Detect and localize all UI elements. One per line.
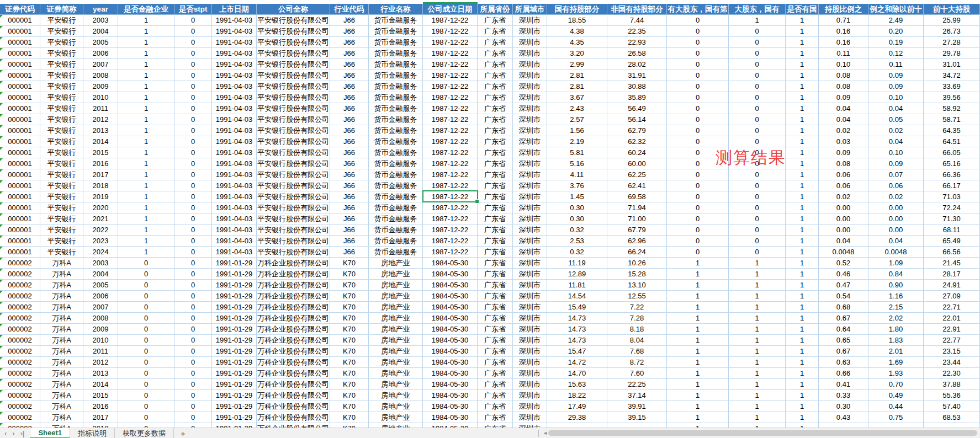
cell[interactable]: 0.20 [868, 26, 924, 37]
cell[interactable]: 000001 [0, 92, 40, 103]
cell[interactable]: 1 [786, 401, 819, 412]
cell[interactable]: 2.43 [547, 103, 607, 114]
cell[interactable]: 000002 [0, 346, 40, 357]
cell[interactable]: 0.44 [868, 401, 924, 412]
cell[interactable]: 广东省 [478, 247, 513, 258]
cell[interactable]: 0.70 [868, 379, 924, 390]
cell[interactable]: 深圳市 [513, 335, 547, 346]
cell[interactable]: 万科企业股份有限公司 [257, 390, 330, 401]
cell[interactable]: 2017 [83, 412, 118, 423]
cell[interactable]: 0.84 [868, 269, 924, 280]
cell[interactable]: 8.04 [607, 335, 667, 346]
cell[interactable]: 000001 [0, 236, 40, 247]
cell[interactable]: 房地产业 [369, 401, 423, 412]
cell[interactable]: 10.26 [607, 258, 667, 269]
cell[interactable]: 2024 [83, 247, 118, 258]
cell[interactable]: 2.81 [547, 81, 607, 92]
cell[interactable]: 15.28 [607, 269, 667, 280]
cell[interactable]: 000001 [0, 225, 40, 236]
cell[interactable]: 1 [118, 225, 174, 236]
cell[interactable]: 广东省 [478, 70, 513, 81]
cell[interactable]: 平安银行股份有限公司 [257, 92, 330, 103]
cell[interactable]: 1.16 [868, 291, 924, 302]
cell[interactable]: 2005 [83, 280, 118, 291]
cell[interactable]: 68.11 [924, 225, 980, 236]
cell[interactable]: 货币金融服务 [369, 202, 423, 213]
cell[interactable]: 货币金融服务 [369, 81, 423, 92]
cell[interactable]: 1984-05-30 [423, 401, 478, 412]
cell[interactable]: 1987-12-22 [423, 225, 478, 236]
cell[interactable]: K70 [330, 346, 369, 357]
cell[interactable]: 0 [729, 48, 786, 59]
cell[interactable]: 广东省 [478, 103, 513, 114]
cell[interactable]: 房地产业 [369, 379, 423, 390]
cell[interactable]: 1 [729, 15, 786, 26]
cell[interactable]: 1987-12-22 [423, 180, 478, 191]
cell[interactable]: 0 [118, 313, 174, 324]
cell[interactable]: 1.93 [868, 368, 924, 379]
cell[interactable]: 0.43 [819, 412, 868, 423]
cell[interactable]: 64.35 [924, 125, 980, 136]
cell[interactable]: 000001 [0, 180, 40, 191]
cell[interactable]: 万科A [40, 280, 83, 291]
cell[interactable]: 39.91 [607, 401, 667, 412]
cell[interactable]: 31.91 [607, 70, 667, 81]
cell[interactable]: 1 [729, 346, 786, 357]
cell[interactable]: 1 [786, 15, 819, 26]
cell[interactable]: 广东省 [478, 313, 513, 324]
cell[interactable]: 0 [729, 169, 786, 180]
cell[interactable]: 0.02 [868, 191, 924, 202]
cell[interactable]: 0 [729, 103, 786, 114]
cell[interactable]: 0.33 [819, 390, 868, 401]
cell[interactable]: 1 [786, 213, 819, 225]
cell[interactable]: 2004 [83, 26, 118, 37]
column-header[interactable]: 是否金融企业 [118, 4, 174, 15]
cell[interactable]: 万科A [40, 346, 83, 357]
cell[interactable]: 000001 [0, 15, 40, 26]
cell[interactable]: 1991-04-03 [212, 225, 257, 236]
cell[interactable]: 000001 [0, 247, 40, 258]
cell[interactable]: K70 [330, 280, 369, 291]
cell[interactable]: 000001 [0, 213, 40, 225]
cell[interactable]: 0 [174, 412, 212, 423]
cell[interactable]: J66 [330, 15, 369, 26]
cell[interactable]: 0.10 [819, 59, 868, 70]
cell[interactable]: 0 [174, 258, 212, 269]
cell[interactable]: 1 [729, 423, 786, 428]
cell[interactable]: 0 [174, 346, 212, 357]
cell[interactable]: 0 [174, 335, 212, 346]
cell[interactable]: 0 [729, 202, 786, 213]
cell[interactable]: 1 [118, 48, 174, 59]
cell[interactable]: 深圳市 [513, 357, 547, 368]
cell[interactable]: 0 [667, 103, 729, 114]
cell[interactable]: 0 [118, 291, 174, 302]
cell[interactable]: 0.12 [868, 48, 924, 59]
cell[interactable]: 深圳市 [513, 15, 547, 26]
cell[interactable]: 广东省 [478, 136, 513, 147]
cell[interactable]: 1 [786, 423, 819, 428]
cell[interactable]: 000001 [0, 103, 40, 114]
cell[interactable]: 货币金融服务 [369, 147, 423, 158]
cell[interactable]: 1987-12-22 [423, 26, 478, 37]
cell[interactable]: 广东省 [478, 302, 513, 313]
cell[interactable]: 0.10 [868, 147, 924, 158]
cell[interactable]: 平安银行 [40, 191, 83, 202]
cell[interactable]: 深圳市 [513, 59, 547, 70]
cell[interactable]: 1 [729, 335, 786, 346]
cell[interactable]: 平安银行股份有限公司 [257, 48, 330, 59]
cell[interactable]: 1987-12-22 [423, 247, 478, 258]
cell[interactable]: 深圳市 [513, 390, 547, 401]
cell[interactable]: 60.24 [607, 147, 667, 158]
cell[interactable]: 15.47 [547, 346, 607, 357]
cell[interactable]: 62.79 [607, 125, 667, 136]
cell[interactable]: 1 [786, 59, 819, 70]
cell[interactable]: 0 [174, 390, 212, 401]
cell[interactable]: 1 [667, 269, 729, 280]
cell[interactable]: 7.28 [607, 313, 667, 324]
cell[interactable]: K70 [330, 335, 369, 346]
cell[interactable]: 2015 [83, 390, 118, 401]
cell[interactable]: 0 [174, 70, 212, 81]
cell[interactable]: 4.11 [547, 169, 607, 180]
cell[interactable]: 广东省 [478, 48, 513, 59]
cell[interactable]: 万科企业股份有限公司 [257, 324, 330, 335]
